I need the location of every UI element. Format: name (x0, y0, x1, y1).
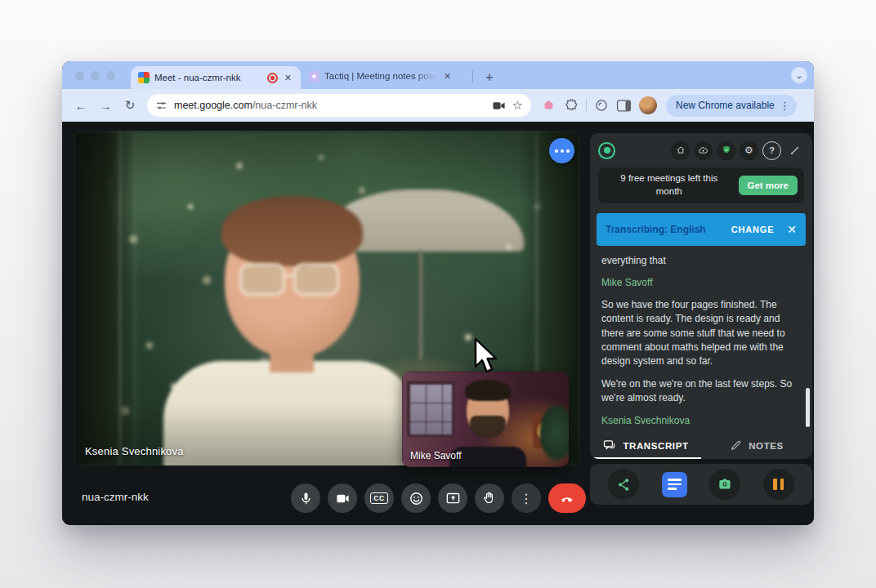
close-tab-icon[interactable]: ✕ (283, 73, 293, 83)
camera-icon (717, 476, 733, 492)
speaker-name: Mike Savoff (601, 276, 801, 290)
toolbar-separator (586, 99, 587, 112)
url-host: meet.google.com (174, 100, 253, 111)
cloud-upload-button[interactable] (694, 141, 713, 160)
browser-window: Meet - nua-czmr-nkk ✕ Tactiq | Meeting n… (62, 61, 814, 525)
quota-text: 9 free meetings left this month (605, 172, 734, 198)
pencil-icon (730, 439, 742, 452)
bookmark-star-icon[interactable]: ☆ (512, 98, 523, 113)
tactiq-action-bar (590, 464, 812, 505)
chrome-update-pill[interactable]: New Chrome available ⋮ (666, 95, 797, 117)
speaker-name: Ksenia Svechnikova (601, 414, 801, 428)
tab-separator (472, 70, 473, 82)
chat-icon (602, 439, 616, 452)
tab-notes[interactable]: NOTES (701, 432, 812, 459)
pink-extension-icon[interactable] (541, 98, 556, 114)
more-vertical-icon[interactable]: ⋮ (780, 100, 790, 112)
tactiq-header: ⚙ ? (590, 133, 812, 167)
extensions-area: New Chrome available ⋮ (541, 95, 797, 117)
pause-icon (773, 479, 784, 490)
pip-name-label: Mike Savoff (410, 450, 461, 461)
back-button[interactable]: ← (72, 96, 90, 114)
camera-in-use-icon[interactable] (492, 100, 506, 112)
meet-favicon (138, 72, 150, 83)
close-banner-icon[interactable]: ✕ (787, 223, 797, 236)
tab-notes-label: NOTES (749, 441, 784, 451)
chat-bubble-icon[interactable] (549, 138, 574, 163)
share-button[interactable] (608, 469, 639, 500)
window-controls (75, 71, 115, 80)
tab-transcript[interactable]: TRANSCRIPT (590, 432, 701, 459)
screenshot-button[interactable] (709, 469, 740, 500)
meet-controls: CC ⋮ (291, 483, 586, 513)
mouse-cursor (473, 337, 498, 373)
raise-hand-button[interactable] (475, 483, 504, 513)
end-call-button[interactable] (548, 483, 586, 513)
meet-content: Ksenia Svechnikova Mike Savoff nua-czmr-… (62, 122, 814, 525)
browser-toolbar: ← → ↻ meet.google.com/nua-czmr-nkk ☆ (62, 89, 814, 122)
close-window-button[interactable] (75, 71, 84, 80)
extensions-puzzle-icon[interactable] (564, 98, 579, 113)
url-text[interactable]: meet.google.com/nua-czmr-nkk (174, 100, 485, 111)
transcribing-banner: Transcribing: English CHANGE ✕ (597, 213, 806, 246)
url-path: /nua-czmr-nkk (253, 100, 317, 111)
address-bar[interactable]: meet.google.com/nua-czmr-nkk ☆ (147, 94, 531, 117)
captions-icon: CC (370, 492, 387, 504)
transcribing-label: Transcribing: English (606, 224, 731, 235)
maximize-window-button[interactable] (106, 71, 115, 80)
get-more-button[interactable]: Get more (739, 176, 798, 195)
tactiq-logo (598, 142, 615, 159)
new-tab-button[interactable]: + (480, 69, 498, 87)
home-button[interactable] (671, 141, 690, 160)
pause-recording-button[interactable] (763, 469, 794, 500)
pip-participant-video[interactable]: Mike Savoff (402, 372, 569, 467)
settings-gear-icon[interactable]: ⚙ (740, 141, 758, 160)
side-panel-icon[interactable] (616, 99, 632, 113)
more-options-button[interactable]: ⋮ (512, 483, 541, 513)
more-vertical-icon: ⋮ (520, 491, 533, 506)
tab-title: Meet - nua-czmr-nkk (154, 73, 262, 82)
scrollbar-thumb[interactable] (806, 388, 810, 427)
captions-button[interactable]: CC (364, 483, 394, 513)
site-settings-icon[interactable] (155, 100, 168, 112)
transcript-text: everything that (601, 254, 801, 268)
transcript-panel[interactable]: everything that Mike Savoff So we have t… (590, 246, 812, 432)
transcript-text: So we have the four pages finished. The … (601, 298, 801, 369)
meeting-code: nua-czmr-nkk (82, 491, 149, 503)
forward-button[interactable]: → (96, 96, 114, 114)
close-tab-icon[interactable]: ✕ (442, 71, 453, 82)
google-docs-button[interactable] (662, 472, 687, 497)
quota-card: 9 free meetings left this month Get more (598, 167, 804, 203)
microphone-button[interactable] (291, 483, 320, 513)
docs-icon (668, 479, 682, 481)
tab-title: Tactiq | Meeting notes powe (324, 71, 437, 81)
change-language-button[interactable]: CHANGE (731, 225, 774, 234)
transcript-text: We're on the we're on the last few steps… (601, 377, 801, 406)
reactions-button[interactable] (401, 483, 431, 513)
tab-tactiq[interactable]: Tactiq | Meeting notes powe ✕ (309, 65, 464, 87)
minimize-window-button[interactable] (91, 71, 100, 80)
lens-icon[interactable] (594, 98, 609, 113)
tab-transcript-label: TRANSCRIPT (623, 441, 688, 451)
share-icon (616, 477, 632, 492)
tab-meet[interactable]: Meet - nua-czmr-nkk ✕ (131, 66, 301, 89)
tab-strip: Meet - nua-czmr-nkk ✕ Tactiq | Meeting n… (62, 61, 814, 89)
reload-button[interactable]: ↻ (121, 96, 139, 114)
help-button[interactable]: ? (762, 141, 781, 160)
participant-name-label: Ksenia Svechnikova (85, 445, 184, 457)
present-screen-button[interactable] (438, 483, 467, 513)
profile-avatar[interactable] (639, 96, 657, 114)
popout-icon[interactable] (785, 141, 804, 160)
shield-check-button[interactable] (717, 141, 735, 160)
sidebar-tabs: TRANSCRIPT NOTES (590, 432, 812, 459)
recording-indicator-icon (267, 73, 278, 83)
tactiq-sidebar: ⚙ ? 9 free meetings left this month Get … (590, 133, 812, 459)
chrome-update-label: New Chrome available (676, 100, 775, 111)
camera-button[interactable] (328, 483, 357, 513)
tactiq-favicon (309, 71, 320, 82)
tab-overflow-chevron-icon[interactable]: ⌄ (791, 67, 807, 83)
